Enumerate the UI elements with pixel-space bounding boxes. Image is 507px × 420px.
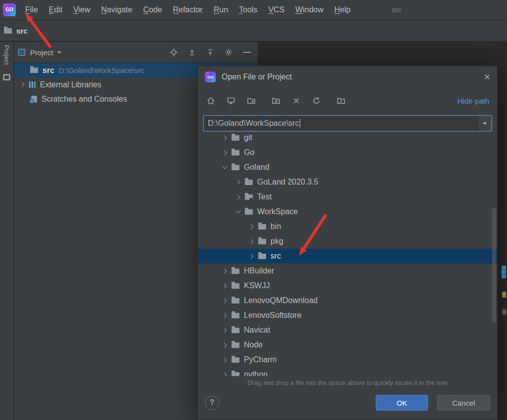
delete-icon[interactable] <box>291 96 301 106</box>
menu-window[interactable]: Window <box>290 3 329 16</box>
menu-navigate[interactable]: Navigate <box>96 3 138 16</box>
project-view-selector[interactable]: Project <box>30 48 53 57</box>
close-icon[interactable]: × <box>484 72 490 82</box>
tree-item-goland-2020-3-5[interactable]: GoLand 2020.3.5 <box>198 175 497 190</box>
project-root-name: src <box>42 66 54 75</box>
tree-item-label: KSWJJ <box>244 281 270 290</box>
scrollbar-mark-yellow <box>502 292 506 298</box>
chevron-right-icon[interactable] <box>221 371 229 376</box>
tree-item-git[interactable]: git <box>198 133 497 145</box>
tree-item-pycharm[interactable]: PyCharm <box>198 352 497 367</box>
menu-view[interactable]: View <box>68 3 95 16</box>
chevron-right-icon[interactable] <box>234 178 242 186</box>
chevron-right-icon[interactable] <box>18 81 26 89</box>
menu-run[interactable]: Run <box>208 3 234 16</box>
chevron-right-icon[interactable] <box>247 237 255 245</box>
tree-item-lenovosoftstore[interactable]: LenovoSoftstore <box>198 308 497 323</box>
duplicate-folder-icon[interactable] <box>271 96 281 106</box>
tool-window-icon[interactable] <box>3 74 10 80</box>
combobox-arrow-icon <box>483 122 487 125</box>
chevron-down-icon[interactable] <box>57 51 61 54</box>
chevron-right-icon[interactable] <box>221 341 229 349</box>
menu-vcs[interactable]: VCS <box>263 3 290 16</box>
folder-icon <box>232 372 239 377</box>
menu-refactor[interactable]: Refactor <box>167 3 208 16</box>
desktop-icon[interactable] <box>226 96 236 106</box>
tree-item-test[interactable]: Test <box>198 190 497 204</box>
tree-item-label: Test <box>257 192 272 201</box>
tree-item-goland[interactable]: Goland <box>198 160 497 175</box>
dialog-title-bar: GO Open File or Project × <box>198 66 497 88</box>
tree-item-lenovoqmdownload[interactable]: LenovoQMDownload <box>198 293 497 308</box>
chevron-right-icon[interactable] <box>221 134 229 142</box>
hide-path-link[interactable]: Hide path <box>458 97 489 105</box>
expand-all-icon[interactable] <box>187 47 197 57</box>
tree-item-src-selected[interactable]: src <box>198 249 497 264</box>
tree-item-python[interactable]: python <box>198 367 497 376</box>
excluded-folder-icon <box>245 194 253 200</box>
menu-file[interactable]: File <box>20 3 43 16</box>
folder-icon <box>232 298 239 304</box>
folder-icon <box>258 254 266 259</box>
new-folder-icon[interactable] <box>246 96 256 106</box>
tree-item-workspace[interactable]: WorkSpace <box>198 204 497 219</box>
tree-item-label: HBuilder <box>244 267 274 275</box>
tool-window-tab-project[interactable]: Project <box>3 45 10 66</box>
chevron-right-icon[interactable] <box>234 193 242 201</box>
tree-item-bin[interactable]: bin <box>198 219 497 234</box>
folder-icon <box>232 328 239 333</box>
chevron-right-icon[interactable] <box>221 311 229 319</box>
tree-item-pkg[interactable]: pkg <box>198 234 497 249</box>
project-item-label: Scratches and Consoles <box>41 95 127 104</box>
tree-item-label: Node <box>244 341 263 349</box>
refresh-icon[interactable] <box>312 96 321 106</box>
collapse-all-icon[interactable] <box>205 47 215 57</box>
hide-panel-icon[interactable]: — <box>242 47 252 57</box>
chevron-down-icon[interactable] <box>234 208 242 216</box>
settings-gear-icon[interactable] <box>224 47 234 57</box>
menu-tools[interactable]: Tools <box>234 3 263 16</box>
locate-icon[interactable] <box>169 47 179 57</box>
chevron-right-icon[interactable] <box>221 297 229 305</box>
chevron-down-icon[interactable] <box>221 163 229 171</box>
tree-item-hbuilder[interactable]: HBuilder <box>198 264 497 278</box>
breadcrumb[interactable]: src <box>16 27 28 35</box>
path-input-row: D:\Goland\WorkSpace\src <box>198 114 497 133</box>
folder-icon <box>232 313 239 318</box>
path-input[interactable]: D:\Goland\WorkSpace\src <box>204 116 478 131</box>
main-menu: File Edit View Navigate Code Refactor Ru… <box>20 3 356 16</box>
menu-code[interactable]: Code <box>138 3 167 16</box>
chevron-right-icon[interactable] <box>221 267 229 275</box>
project-panel-header: Project — <box>14 42 258 63</box>
path-combobox: D:\Goland\WorkSpace\src <box>203 115 492 132</box>
chevron-right-icon[interactable] <box>221 282 229 290</box>
menu-help[interactable]: Help <box>329 3 356 16</box>
tree-item-label: GoLand 2020.3.5 <box>257 178 318 187</box>
chevron-right-icon[interactable] <box>221 326 229 334</box>
tree-item-node[interactable]: Node <box>198 338 497 352</box>
cancel-button[interactable]: Cancel <box>437 395 490 411</box>
tree-item-label: Navicat <box>244 326 270 335</box>
menu-edit[interactable]: Edit <box>43 3 68 16</box>
folder-icon <box>232 343 239 348</box>
logo-text: GO <box>5 7 13 12</box>
project-item-label: External Libraries <box>40 80 102 89</box>
tree-item-navicat[interactable]: Navicat <box>198 323 497 338</box>
folder-icon <box>4 28 12 34</box>
combobox-dropdown-button[interactable] <box>478 116 491 131</box>
tree-item-kswjj[interactable]: KSWJJ <box>198 278 497 293</box>
tree-scrollbar-thumb[interactable] <box>492 208 496 323</box>
help-button[interactable]: ? <box>205 396 219 410</box>
chevron-right-icon[interactable] <box>247 252 255 260</box>
home-icon[interactable] <box>206 96 216 106</box>
file-tree: git Go Goland GoLand 2020.3.5 Test WorkS… <box>198 133 497 376</box>
show-hidden-files-icon[interactable] <box>336 96 346 106</box>
folder-icon <box>245 209 253 215</box>
folder-icon <box>232 268 239 274</box>
ok-button[interactable]: OK <box>376 395 428 411</box>
chevron-right-icon[interactable] <box>247 223 255 230</box>
tree-item-go[interactable]: Go <box>198 145 497 160</box>
chevron-right-icon[interactable] <box>221 356 229 364</box>
chevron-right-icon[interactable] <box>221 149 229 156</box>
folder-icon <box>232 357 239 363</box>
